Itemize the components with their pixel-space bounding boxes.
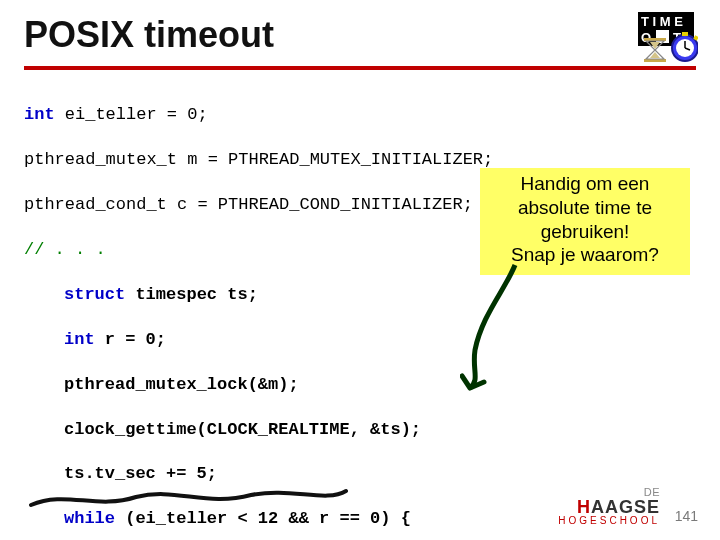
code-line: ts.tv_sec += 5;	[64, 463, 696, 485]
keyword-int: int	[64, 330, 95, 349]
logo-subtitle: HOGESCHOOL	[558, 516, 660, 526]
code-text: r = 0;	[95, 330, 166, 349]
page-number: 141	[675, 508, 698, 524]
code-text: timespec ts;	[125, 285, 258, 304]
keyword-while: while	[64, 509, 115, 528]
code-line: pthread_mutex_lock(&m);	[64, 374, 696, 396]
code-text: (ei_teller < 12 && r == 0) {	[115, 509, 411, 528]
timeout-icon: T I M E O T	[588, 12, 698, 68]
callout-line: Snap je waarom?	[486, 243, 684, 267]
school-logo: DE HAAGSE HOGESCHOOL	[558, 487, 660, 526]
keyword-struct: struct	[64, 285, 125, 304]
logo-letter: H	[577, 497, 591, 517]
code-line: clock_gettime(CLOCK_REALTIME, &ts);	[64, 419, 696, 441]
callout-box: Handig om een absolute time te gebruiken…	[480, 168, 690, 275]
code-text: ei_teller = 0;	[55, 105, 208, 124]
callout-line: absolute time te	[486, 196, 684, 220]
logo-text: AAGSE	[591, 497, 660, 517]
callout-line: Handig om een	[486, 172, 684, 196]
callout-line: gebruiken!	[486, 220, 684, 244]
svg-text:O: O	[641, 30, 651, 45]
keyword-int: int	[24, 105, 55, 124]
svg-rect-11	[682, 32, 688, 36]
svg-text:T I M E: T I M E	[641, 14, 683, 29]
code-block: int ei_teller = 0; pthread_mutex_t m = P…	[0, 82, 720, 540]
